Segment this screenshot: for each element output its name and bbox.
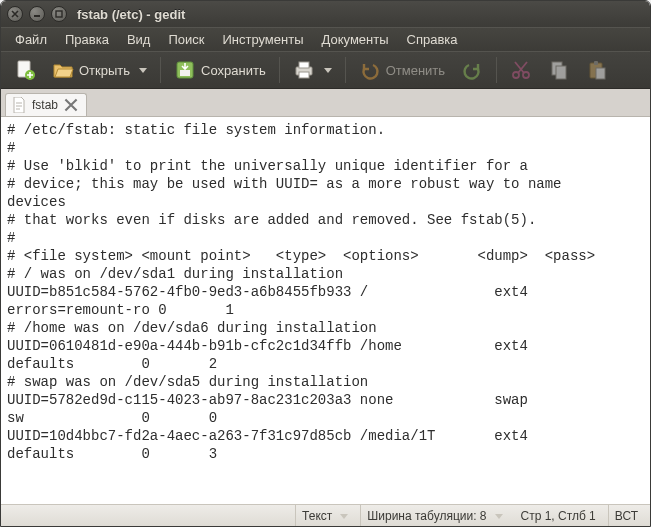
tab-close-button[interactable] [64,98,78,112]
menu-help[interactable]: Справка [399,29,466,50]
paste-button[interactable] [579,56,615,84]
toolbar-separator [345,57,346,83]
menu-file[interactable]: Файл [7,29,55,50]
redo-button[interactable] [454,56,490,84]
cursor-position: Стр 1, Стлб 1 [515,505,602,527]
paste-icon [586,59,608,81]
menu-search[interactable]: Поиск [160,29,212,50]
insert-mode-label: ВСТ [615,509,638,523]
printer-icon [293,59,315,81]
cut-button[interactable] [503,56,539,84]
open-button-label: Открыть [79,63,130,78]
undo-icon [359,59,381,81]
cursor-position-label: Стр 1, Стлб 1 [521,509,596,523]
redo-icon [461,59,483,81]
document-tab[interactable]: fstab [5,93,87,116]
svg-rect-7 [299,72,309,78]
window-title: fstab (/etc) - gedit [77,7,185,22]
window-close-button[interactable] [7,6,23,22]
toolbar: Открыть Сохранить Отменить [1,51,650,89]
svg-rect-14 [596,68,605,79]
new-document-button[interactable] [7,56,43,84]
copy-button[interactable] [541,56,577,84]
menu-edit[interactable]: Правка [57,29,117,50]
svg-rect-4 [180,70,190,76]
menu-tools[interactable]: Инструменты [214,29,311,50]
chevron-down-icon [495,514,503,519]
chevron-down-icon [139,68,147,73]
close-icon [64,98,78,112]
insert-mode-indicator[interactable]: ВСТ [608,505,644,527]
save-icon [174,59,196,81]
status-bar: Текст Ширина табуляции: 8 Стр 1, Стлб 1 … [1,505,650,527]
svg-rect-11 [556,66,566,79]
open-button[interactable]: Открыть [45,56,154,84]
menu-documents[interactable]: Документы [314,29,397,50]
scissors-icon [510,59,532,81]
minimize-icon [33,10,41,18]
syntax-mode-selector[interactable]: Текст [295,505,354,527]
toolbar-separator [160,57,161,83]
tab-label: fstab [32,98,58,112]
save-button[interactable]: Сохранить [167,56,273,84]
undo-button[interactable]: Отменить [352,56,452,84]
chevron-down-icon [324,68,332,73]
window-titlebar: fstab (/etc) - gedit [1,1,650,27]
menubar: Файл Правка Вид Поиск Инструменты Докуме… [1,27,650,51]
folder-open-icon [52,59,74,81]
svg-rect-13 [594,61,598,65]
svg-rect-6 [299,62,309,68]
maximize-icon [55,10,63,18]
close-icon [11,10,19,18]
copy-icon [548,59,570,81]
undo-button-label: Отменить [386,63,445,78]
tab-bar: fstab [1,89,650,117]
chevron-down-icon [340,514,348,519]
text-editor[interactable]: # /etc/fstab: static file system informa… [1,117,650,505]
menu-view[interactable]: Вид [119,29,159,50]
tab-width-label: Ширина табуляции: 8 [367,509,486,523]
text-file-icon [12,97,26,113]
new-document-icon [14,59,36,81]
print-button[interactable] [286,56,339,84]
save-button-label: Сохранить [201,63,266,78]
toolbar-separator [496,57,497,83]
svg-rect-0 [56,11,62,17]
window-maximize-button[interactable] [51,6,67,22]
syntax-mode-label: Текст [302,509,332,523]
toolbar-separator [279,57,280,83]
tab-width-selector[interactable]: Ширина табуляции: 8 [360,505,508,527]
window-minimize-button[interactable] [29,6,45,22]
